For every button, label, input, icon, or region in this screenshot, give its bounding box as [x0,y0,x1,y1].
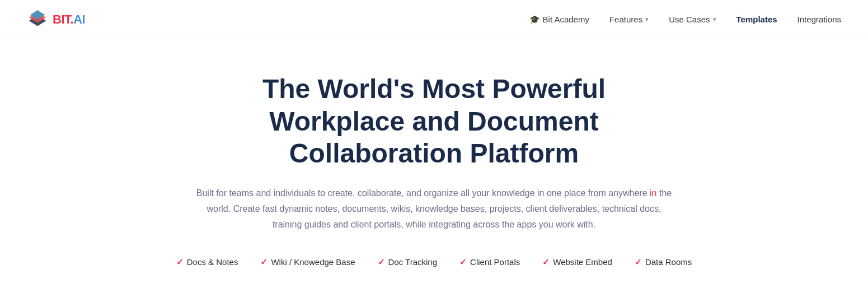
feature-wiki-knowledge: ✓ Wiki / Knowedge Base [260,257,355,267]
hero-subtitle: Built for teams and individuals to creat… [194,185,675,233]
logo-text: BIT.AI [53,12,85,27]
feature-website-embed: ✓ Website Embed [542,257,612,267]
nav-templates-label: Templates [736,15,777,24]
nav-use-cases[interactable]: Use Cases ▾ [669,15,716,24]
feature-data-rooms-label: Data Rooms [645,257,692,267]
nav-features-label: Features [609,15,642,24]
feature-doc-tracking: ✓ Doc Tracking [378,257,438,267]
check-icon-docs: ✓ [176,257,184,267]
nav-features[interactable]: Features ▾ [609,15,649,24]
nav-academy-label: Bit Academy [543,15,589,24]
nav-integrations-label: Integrations [797,15,841,24]
feature-docs-notes: ✓ Docs & Notes [176,257,238,267]
nav-academy[interactable]: 🎓 Bit Academy [529,15,589,25]
nav-integrations[interactable]: Integrations [797,15,841,24]
feature-client-portals-label: Client Portals [470,257,520,267]
features-row: ✓ Docs & Notes ✓ Wiki / Knowedge Base ✓ … [176,257,692,267]
check-icon-portals: ✓ [459,257,467,267]
hero-title-line1: The World's Most Powerful [262,74,606,104]
check-icon-wiki: ✓ [260,257,268,267]
nav-templates[interactable]: Templates [736,15,777,24]
feature-wiki-knowledge-label: Wiki / Knowedge Base [271,257,355,267]
chevron-down-icon: ▾ [645,16,649,23]
hero-title: The World's Most Powerful Workplace and … [182,73,686,170]
feature-data-rooms: ✓ Data Rooms [635,257,692,267]
check-icon-tracking: ✓ [378,257,385,267]
feature-client-portals: ✓ Client Portals [459,257,520,267]
header: BIT.AI 🎓 Bit Academy Features ▾ Use Case… [0,0,868,39]
feature-website-embed-label: Website Embed [553,257,612,267]
hero-section: The World's Most Powerful Workplace and … [0,39,868,288]
highlight-word: in [650,188,656,198]
logo-icon [27,9,48,30]
feature-doc-tracking-label: Doc Tracking [388,257,438,267]
logo[interactable]: BIT.AI [27,9,85,30]
feature-docs-notes-label: Docs & Notes [187,257,238,267]
check-icon-embed: ✓ [542,257,550,267]
nav-use-cases-label: Use Cases [669,15,710,24]
mortarboard-icon: 🎓 [529,15,540,25]
hero-title-line2: Workplace and Document Collaboration Pla… [269,106,599,169]
main-nav: 🎓 Bit Academy Features ▾ Use Cases ▾ Tem… [529,15,841,25]
check-icon-rooms: ✓ [635,257,642,267]
chevron-down-icon-2: ▾ [713,16,716,23]
